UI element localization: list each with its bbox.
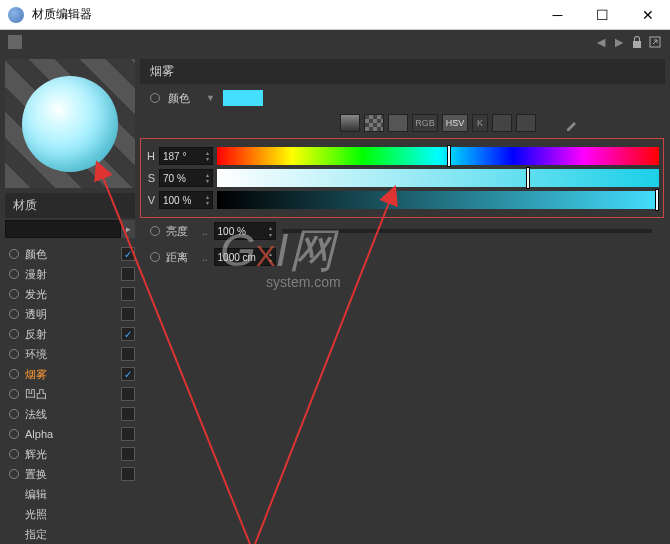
brightness-dots: .. bbox=[202, 226, 208, 237]
distance-radio[interactable] bbox=[150, 252, 160, 262]
extra-label: 光照 bbox=[25, 507, 135, 522]
close-button[interactable]: ✕ bbox=[625, 0, 670, 30]
section-header: 烟雾 bbox=[140, 59, 665, 84]
channel-radio[interactable] bbox=[9, 249, 19, 259]
nav-back-icon[interactable]: ◄ bbox=[594, 34, 608, 50]
color-toolbar: RGB HSV K bbox=[140, 112, 670, 138]
lock-icon[interactable] bbox=[630, 35, 644, 49]
channel-label: 环境 bbox=[25, 347, 115, 362]
channel-颜色[interactable]: 颜色 bbox=[5, 244, 135, 264]
channel-checkbox[interactable] bbox=[121, 307, 135, 321]
material-name-dropdown[interactable]: ▸ bbox=[121, 220, 135, 238]
distance-row: 距离 .. 1000 cm▴▾ bbox=[140, 244, 670, 270]
popup-icon[interactable] bbox=[648, 35, 662, 49]
brightness-radio[interactable] bbox=[150, 226, 160, 236]
channel-checkbox[interactable] bbox=[121, 467, 135, 481]
extra-指定[interactable]: 指定 bbox=[5, 524, 135, 544]
channel-checkbox[interactable] bbox=[121, 447, 135, 461]
channel-radio[interactable] bbox=[9, 429, 19, 439]
channel-Alpha[interactable]: Alpha bbox=[5, 424, 135, 444]
channel-radio[interactable] bbox=[9, 449, 19, 459]
channel-环境[interactable]: 环境 bbox=[5, 344, 135, 364]
extra-label: 编辑 bbox=[25, 487, 135, 502]
channel-checkbox[interactable] bbox=[121, 247, 135, 261]
brightness-track[interactable] bbox=[282, 229, 652, 233]
maximize-button[interactable]: ☐ bbox=[580, 0, 625, 30]
channel-透明[interactable]: 透明 bbox=[5, 304, 135, 324]
gradient-tool-icon[interactable] bbox=[340, 114, 360, 132]
color-dropdown-icon[interactable]: ▼ bbox=[206, 93, 215, 103]
channel-radio[interactable] bbox=[9, 369, 19, 379]
channel-checkbox[interactable] bbox=[121, 407, 135, 421]
color-row: 颜色 ▼ bbox=[140, 84, 670, 112]
brightness-row: 亮度 .. 100 %▴▾ bbox=[140, 218, 670, 244]
channel-checkbox[interactable] bbox=[121, 267, 135, 281]
extra-光照[interactable]: 光照 bbox=[5, 504, 135, 524]
sat-slider[interactable] bbox=[217, 169, 659, 187]
channel-发光[interactable]: 发光 bbox=[5, 284, 135, 304]
app-logo-icon bbox=[8, 7, 24, 23]
channel-radio[interactable] bbox=[9, 269, 19, 279]
right-panel: 烟雾 颜色 ▼ RGB HSV K H 187 °▴▾ bbox=[140, 54, 670, 544]
channel-label: 透明 bbox=[25, 307, 115, 322]
channel-label: 发光 bbox=[25, 287, 115, 302]
hue-slider[interactable] bbox=[217, 147, 659, 165]
channel-radio[interactable] bbox=[9, 389, 19, 399]
material-preview[interactable] bbox=[5, 59, 135, 188]
channel-凹凸[interactable]: 凹凸 bbox=[5, 384, 135, 404]
channel-radio[interactable] bbox=[9, 469, 19, 479]
channel-radio[interactable] bbox=[9, 409, 19, 419]
left-panel: 材质 ▸ 颜色 漫射 发光 透明 反射 环境 烟雾 凹凸 法线 Alpha 辉光… bbox=[0, 54, 140, 544]
window-title: 材质编辑器 bbox=[32, 6, 535, 23]
channel-checkbox[interactable] bbox=[121, 367, 135, 381]
channel-checkbox[interactable] bbox=[121, 347, 135, 361]
channel-烟雾[interactable]: 烟雾 bbox=[5, 364, 135, 384]
val-slider[interactable] bbox=[217, 191, 659, 209]
channel-辉光[interactable]: 辉光 bbox=[5, 444, 135, 464]
titlebar: 材质编辑器 ─ ☐ ✕ bbox=[0, 0, 670, 30]
channel-checkbox[interactable] bbox=[121, 427, 135, 441]
rgb-mode-button[interactable]: RGB bbox=[412, 114, 438, 132]
distance-spinner[interactable]: 1000 cm▴▾ bbox=[214, 248, 276, 266]
sat-label: S bbox=[145, 172, 155, 184]
channel-label: 烟雾 bbox=[25, 367, 115, 382]
material-section-label: 材质 bbox=[5, 193, 135, 218]
channel-置换[interactable]: 置换 bbox=[5, 464, 135, 484]
eyedropper-icon[interactable] bbox=[564, 114, 582, 132]
channel-label: 置换 bbox=[25, 467, 115, 482]
val-spinner[interactable]: 100 %▴▾ bbox=[159, 191, 213, 209]
channel-radio[interactable] bbox=[9, 329, 19, 339]
minimize-button[interactable]: ─ bbox=[535, 0, 580, 30]
k-mode-button[interactable]: K bbox=[472, 114, 488, 132]
extra-编辑[interactable]: 编辑 bbox=[5, 484, 135, 504]
channel-checkbox[interactable] bbox=[121, 327, 135, 341]
channel-checkbox[interactable] bbox=[121, 387, 135, 401]
hsv-mode-button[interactable]: HSV bbox=[442, 114, 468, 132]
nav-forward-icon[interactable]: ► bbox=[612, 34, 626, 50]
channel-label: 漫射 bbox=[25, 267, 115, 282]
channel-漫射[interactable]: 漫射 bbox=[5, 264, 135, 284]
channel-radio[interactable] bbox=[9, 289, 19, 299]
material-name-input[interactable] bbox=[5, 220, 121, 238]
color-swatch[interactable] bbox=[223, 90, 263, 106]
picture-tool-icon[interactable] bbox=[388, 114, 408, 132]
val-label: V bbox=[145, 194, 155, 206]
swatch2-icon[interactable] bbox=[516, 114, 536, 132]
color-radio[interactable] bbox=[150, 93, 160, 103]
channel-checkbox[interactable] bbox=[121, 287, 135, 301]
channel-反射[interactable]: 反射 bbox=[5, 324, 135, 344]
menu-icon[interactable] bbox=[8, 35, 22, 49]
channel-法线[interactable]: 法线 bbox=[5, 404, 135, 424]
hue-row: H 187 °▴▾ bbox=[145, 145, 659, 167]
hsv-panel: H 187 °▴▾ S 70 %▴▾ V 100 %▴▾ bbox=[140, 138, 664, 218]
channel-radio[interactable] bbox=[9, 309, 19, 319]
channel-radio[interactable] bbox=[9, 349, 19, 359]
hue-spinner[interactable]: 187 °▴▾ bbox=[159, 147, 213, 165]
brightness-label: 亮度 bbox=[166, 224, 196, 239]
swatch1-icon[interactable] bbox=[492, 114, 512, 132]
preview-sphere-icon bbox=[22, 76, 118, 172]
sat-spinner[interactable]: 70 %▴▾ bbox=[159, 169, 213, 187]
distance-dots: .. bbox=[202, 252, 208, 263]
brightness-spinner[interactable]: 100 %▴▾ bbox=[214, 222, 276, 240]
checker-tool-icon[interactable] bbox=[364, 114, 384, 132]
